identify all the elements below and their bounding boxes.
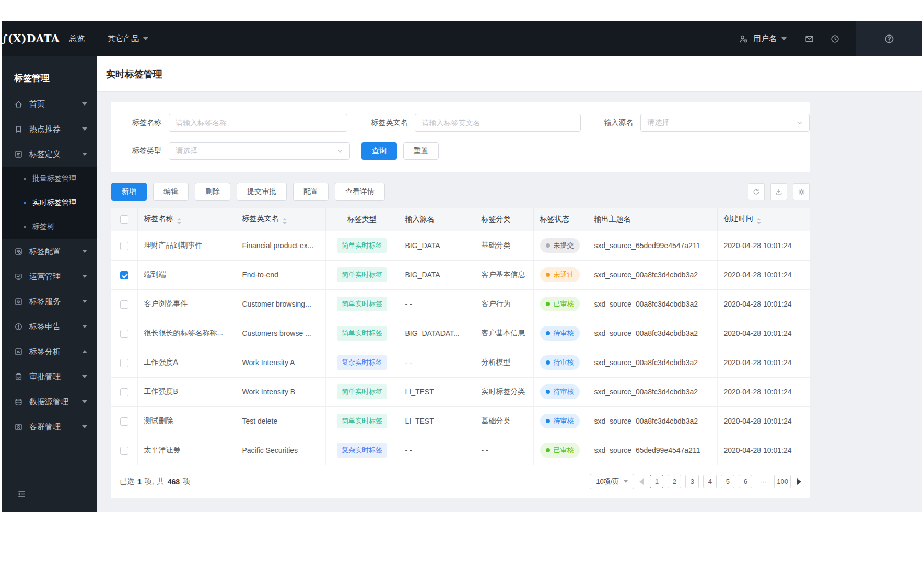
row-checkbox[interactable] [120,271,128,279]
chevron-down-icon [82,153,87,156]
tag-type-badge: 简单实时标签 [337,297,387,311]
cell-status: 已审核 [533,289,588,319]
sidebar-item[interactable]: 标签申告 [2,314,97,339]
chevron-down-icon [624,480,628,483]
pagination-prev-icon[interactable] [639,478,644,485]
cell-output-topic: sxd_source_00a8fc3d4cbdb3a2 [588,260,717,289]
download-button[interactable] [770,183,787,200]
refresh-button[interactable] [748,183,765,200]
sidebar-item[interactable]: 标签配置 [2,239,97,264]
cell-tag-name: 工作强度B [137,377,236,406]
sidebar-item[interactable]: 数据源管理 [2,389,97,414]
cell-tag-type: 简单实时标签 [325,319,399,348]
settings-button[interactable] [793,183,810,200]
row-checkbox[interactable] [120,388,128,396]
pagination-page[interactable]: 100 [774,475,791,488]
sidebar-subitem[interactable]: 实时标签管理 [2,191,97,215]
search-button[interactable]: 查询 [361,142,397,160]
refresh-icon [752,188,761,196]
pagination-page[interactable]: 3 [685,475,699,488]
sidebar-item[interactable]: 客群管理 [2,414,97,439]
column-header[interactable]: 标签英文名 [236,208,325,231]
pagination-page[interactable]: 1 [650,475,663,488]
input-source-select[interactable]: 请选择 [640,114,810,132]
status-badge: 待审核 [540,355,580,370]
cell-input-source: - - [399,436,475,465]
cell-tag-name-en: Pacific Securities [236,436,325,465]
collapse-sidebar-icon[interactable] [17,489,26,498]
mail-icon[interactable] [804,34,814,44]
column-header[interactable]: 创建时间 [717,208,810,231]
tag-name-input[interactable] [169,114,347,132]
sidebar-item[interactable]: 热点推荐 [2,116,97,142]
pagination-page[interactable]: 5 [721,475,734,488]
cell-tag-name-en: Work Intensity A [236,348,325,377]
cell-tag-name: 理财产品到期事件 [137,231,236,260]
toolbar-button[interactable]: 新增 [111,183,147,201]
sidebar-item[interactable]: 标签定义 [2,142,97,167]
toolbar: 新增编辑删除提交审批配置查看详情 [111,183,810,201]
page-header: 实时标签管理 [97,56,922,92]
cell-created-time: 2020-04-28 10:01:24 [717,319,810,348]
chevron-down-icon [82,400,87,403]
tag-type-label: 标签类型 [120,146,161,156]
cell-status: 待审核 [533,406,588,436]
row-checkbox[interactable] [120,242,128,250]
cell-tag-name-en: Customers browse ... [236,319,325,348]
sidebar-item[interactable]: 运营管理 [2,264,97,289]
sort-icon[interactable] [177,218,181,224]
row-checkbox[interactable] [120,447,128,455]
toolbar-button[interactable]: 配置 [293,183,329,201]
sidebar-item[interactable]: 审批管理 [2,364,97,389]
sidebar-item[interactable]: 标签服务 [2,289,97,314]
filter-panel: 标签名称 标签英文名 输入源名 请选择 标签类型 请选择 [111,102,810,172]
row-checkbox[interactable] [120,359,128,367]
chevron-down-icon [143,37,148,40]
pagination-page[interactable]: 6 [739,475,752,488]
sidebar-subitem[interactable]: 批量标签管理 [2,167,97,191]
toolbar-button[interactable]: 提交审批 [237,183,287,201]
nav-item-overview[interactable]: 总览 [69,34,85,44]
sidebar-item[interactable]: 首页 [2,91,97,116]
sort-icon[interactable] [283,218,287,224]
pagination-next-icon[interactable] [797,478,801,485]
tag-name-en-input[interactable] [415,114,581,132]
sidebar-title: 标签管理 [2,56,97,91]
toolbar-button[interactable]: 查看详情 [335,183,385,201]
cell-created-time: 2020-04-28 10:01:24 [717,436,810,465]
cell-category: 实时标签分类 [475,377,533,406]
cell-output-topic: sxd_source_00a8fc3d4cbdb3a2 [588,289,717,319]
row-checkbox[interactable] [120,417,128,426]
select-all-checkbox[interactable] [120,215,128,224]
tag-type-badge: 简单实时标签 [337,267,387,282]
cell-category: 基础分类 [475,406,533,436]
page-size-select[interactable]: 10项/页 [590,474,634,489]
cell-output-topic: sxd_source_65ded99e4547a211 [588,231,717,260]
cell-tag-name-en: Customer browsing... [236,289,325,319]
help-button[interactable] [856,21,922,56]
row-checkbox[interactable] [120,330,128,338]
sort-icon[interactable] [757,218,761,224]
user-icon [739,34,748,44]
cell-input-source: BIG_DATADAT... [399,319,475,348]
nav-item-other-products[interactable]: 其它产品 [108,34,148,44]
tag-type-select[interactable]: 请选择 [169,142,350,160]
cell-tag-name-en: End-to-end [236,260,325,289]
clock-icon[interactable] [830,34,840,44]
row-checkbox[interactable] [120,300,128,309]
toolbar-button[interactable]: 编辑 [153,183,189,201]
pagination-page[interactable]: 4 [703,475,717,488]
tag-analysis-icon [14,347,23,356]
input-source-label: 输入源名 [591,118,633,127]
tag-define-icon [14,150,23,159]
reset-button[interactable]: 重置 [403,142,439,160]
pagination-ellipsis: ··· [756,475,770,488]
column-header[interactable]: 标签名称 [137,208,236,231]
sidebar-subitem[interactable]: 标签树 [2,215,97,239]
cell-tag-name-en: Financial product ex... [236,231,325,260]
toolbar-button[interactable]: 删除 [195,183,230,201]
pagination-page[interactable]: 2 [668,475,681,488]
user-menu[interactable]: 用户名 [739,34,787,44]
sidebar-item[interactable]: 标签分析 [2,339,97,364]
table-row: 工作强度A Work Intensity A 复杂实时标签 - - 分析模型 待… [111,348,810,377]
